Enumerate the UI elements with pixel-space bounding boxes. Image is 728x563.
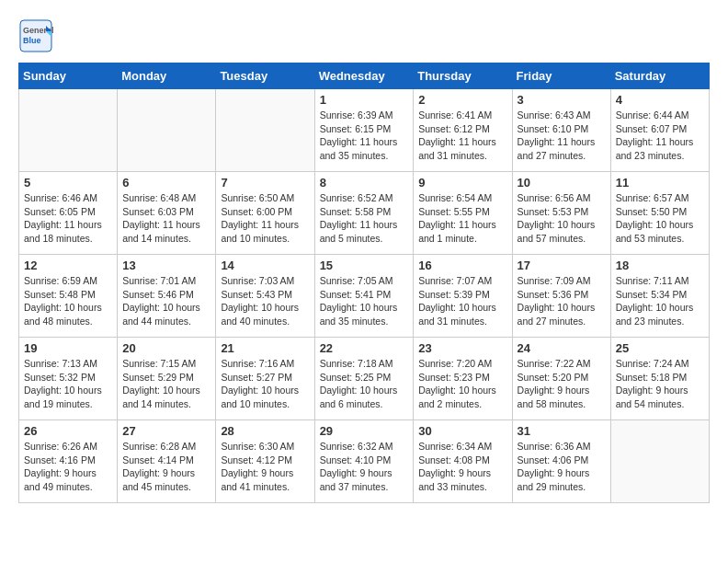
table-cell: 22Sunrise: 7:18 AM Sunset: 5:25 PM Dayli… — [314, 338, 414, 420]
table-cell: 5Sunrise: 6:46 AM Sunset: 6:05 PM Daylig… — [19, 172, 118, 255]
page-header: General Blue — [18, 18, 710, 53]
table-cell: 18Sunrise: 7:11 AM Sunset: 5:34 PM Dayli… — [610, 255, 709, 338]
day-info: Sunrise: 6:52 AM Sunset: 5:58 PM Dayligh… — [320, 191, 409, 246]
day-number: 1 — [320, 93, 409, 107]
header-tuesday: Tuesday — [216, 63, 314, 89]
table-cell: 16Sunrise: 7:07 AM Sunset: 5:39 PM Dayli… — [414, 255, 512, 338]
day-info: Sunrise: 6:30 AM Sunset: 4:12 PM Dayligh… — [221, 440, 309, 494]
table-cell — [216, 89, 314, 172]
day-info: Sunrise: 6:41 AM Sunset: 6:12 PM Dayligh… — [418, 109, 506, 163]
day-info: Sunrise: 7:15 AM Sunset: 5:29 PM Dayligh… — [122, 357, 210, 411]
table-cell: 10Sunrise: 6:56 AM Sunset: 5:53 PM Dayli… — [512, 172, 610, 255]
table-cell: 26Sunrise: 6:26 AM Sunset: 4:16 PM Dayli… — [19, 420, 118, 503]
day-info: Sunrise: 6:39 AM Sunset: 6:15 PM Dayligh… — [320, 109, 409, 163]
day-info: Sunrise: 6:56 AM Sunset: 5:53 PM Dayligh… — [518, 191, 606, 246]
table-cell: 24Sunrise: 7:22 AM Sunset: 5:20 PM Dayli… — [512, 338, 610, 420]
day-info: Sunrise: 6:28 AM Sunset: 4:14 PM Dayligh… — [122, 440, 210, 494]
day-number: 27 — [122, 424, 210, 438]
table-cell: 29Sunrise: 6:32 AM Sunset: 4:10 PM Dayli… — [314, 420, 414, 503]
day-info: Sunrise: 6:32 AM Sunset: 4:10 PM Dayligh… — [320, 440, 409, 494]
day-number: 20 — [122, 341, 210, 355]
table-cell: 25Sunrise: 7:24 AM Sunset: 5:18 PM Dayli… — [610, 338, 709, 420]
table-cell: 12Sunrise: 6:59 AM Sunset: 5:48 PM Dayli… — [19, 255, 118, 338]
week-row-5: 26Sunrise: 6:26 AM Sunset: 4:16 PM Dayli… — [19, 420, 710, 503]
day-info: Sunrise: 6:43 AM Sunset: 6:10 PM Dayligh… — [518, 109, 606, 163]
table-cell: 13Sunrise: 7:01 AM Sunset: 5:46 PM Dayli… — [118, 255, 216, 338]
day-number: 7 — [221, 176, 309, 190]
header-saturday: Saturday — [610, 63, 709, 89]
day-number: 21 — [221, 341, 309, 355]
table-cell: 28Sunrise: 6:30 AM Sunset: 4:12 PM Dayli… — [216, 420, 314, 503]
table-cell: 27Sunrise: 6:28 AM Sunset: 4:14 PM Dayli… — [118, 420, 216, 503]
day-number: 26 — [24, 424, 112, 438]
table-cell: 9Sunrise: 6:54 AM Sunset: 5:55 PM Daylig… — [414, 172, 512, 255]
day-info: Sunrise: 7:22 AM Sunset: 5:20 PM Dayligh… — [518, 357, 606, 411]
day-number: 10 — [518, 176, 606, 190]
table-cell: 19Sunrise: 7:13 AM Sunset: 5:32 PM Dayli… — [19, 338, 118, 420]
day-number: 9 — [418, 176, 506, 190]
day-number: 22 — [320, 341, 409, 355]
day-number: 18 — [616, 259, 704, 272]
table-cell: 20Sunrise: 7:15 AM Sunset: 5:29 PM Dayli… — [118, 338, 216, 420]
week-row-4: 19Sunrise: 7:13 AM Sunset: 5:32 PM Dayli… — [19, 338, 710, 420]
day-info: Sunrise: 6:36 AM Sunset: 4:06 PM Dayligh… — [518, 440, 606, 494]
calendar-header-row: Sunday Monday Tuesday Wednesday Thursday… — [19, 63, 710, 89]
header-wednesday: Wednesday — [314, 63, 414, 89]
table-cell: 7Sunrise: 6:50 AM Sunset: 6:00 PM Daylig… — [216, 172, 314, 255]
table-cell: 1Sunrise: 6:39 AM Sunset: 6:15 PM Daylig… — [314, 89, 414, 172]
day-info: Sunrise: 6:54 AM Sunset: 5:55 PM Dayligh… — [418, 191, 506, 246]
day-number: 5 — [24, 176, 112, 190]
table-cell: 11Sunrise: 6:57 AM Sunset: 5:50 PM Dayli… — [610, 172, 709, 255]
week-row-2: 5Sunrise: 6:46 AM Sunset: 6:05 PM Daylig… — [19, 172, 710, 255]
day-info: Sunrise: 7:07 AM Sunset: 5:39 PM Dayligh… — [418, 274, 506, 328]
day-info: Sunrise: 7:16 AM Sunset: 5:27 PM Dayligh… — [221, 357, 309, 411]
day-number: 11 — [616, 176, 704, 190]
header-monday: Monday — [118, 63, 216, 89]
day-info: Sunrise: 7:03 AM Sunset: 5:43 PM Dayligh… — [221, 274, 309, 328]
day-info: Sunrise: 6:48 AM Sunset: 6:03 PM Dayligh… — [122, 191, 210, 246]
day-info: Sunrise: 6:57 AM Sunset: 5:50 PM Dayligh… — [616, 191, 704, 246]
day-number: 17 — [518, 259, 606, 272]
table-cell: 15Sunrise: 7:05 AM Sunset: 5:41 PM Dayli… — [314, 255, 414, 338]
table-cell: 30Sunrise: 6:34 AM Sunset: 4:08 PM Dayli… — [414, 420, 512, 503]
header-friday: Friday — [512, 63, 610, 89]
day-info: Sunrise: 6:26 AM Sunset: 4:16 PM Dayligh… — [24, 440, 112, 494]
week-row-1: 1Sunrise: 6:39 AM Sunset: 6:15 PM Daylig… — [19, 89, 710, 172]
table-cell: 31Sunrise: 6:36 AM Sunset: 4:06 PM Dayli… — [512, 420, 610, 503]
table-cell: 23Sunrise: 7:20 AM Sunset: 5:23 PM Dayli… — [414, 338, 512, 420]
day-number: 8 — [320, 176, 409, 190]
day-number: 12 — [24, 259, 112, 272]
table-cell: 6Sunrise: 6:48 AM Sunset: 6:03 PM Daylig… — [118, 172, 216, 255]
header-thursday: Thursday — [414, 63, 512, 89]
table-cell: 14Sunrise: 7:03 AM Sunset: 5:43 PM Dayli… — [216, 255, 314, 338]
logo: General Blue — [18, 18, 53, 53]
day-number: 31 — [518, 424, 606, 438]
day-number: 4 — [616, 93, 704, 107]
day-number: 24 — [518, 341, 606, 355]
calendar-table: Sunday Monday Tuesday Wednesday Thursday… — [18, 63, 710, 503]
day-info: Sunrise: 7:18 AM Sunset: 5:25 PM Dayligh… — [320, 357, 409, 411]
table-cell: 8Sunrise: 6:52 AM Sunset: 5:58 PM Daylig… — [314, 172, 414, 255]
day-info: Sunrise: 6:44 AM Sunset: 6:07 PM Dayligh… — [616, 109, 704, 163]
day-number: 30 — [418, 424, 506, 438]
day-info: Sunrise: 6:34 AM Sunset: 4:08 PM Dayligh… — [418, 440, 506, 494]
day-info: Sunrise: 7:09 AM Sunset: 5:36 PM Dayligh… — [518, 274, 606, 328]
day-info: Sunrise: 7:01 AM Sunset: 5:46 PM Dayligh… — [122, 274, 210, 328]
table-cell: 3Sunrise: 6:43 AM Sunset: 6:10 PM Daylig… — [512, 89, 610, 172]
table-cell — [118, 89, 216, 172]
table-cell: 2Sunrise: 6:41 AM Sunset: 6:12 PM Daylig… — [414, 89, 512, 172]
day-info: Sunrise: 7:11 AM Sunset: 5:34 PM Dayligh… — [616, 274, 704, 328]
day-number: 28 — [221, 424, 309, 438]
day-info: Sunrise: 7:24 AM Sunset: 5:18 PM Dayligh… — [616, 357, 704, 411]
table-cell — [19, 89, 118, 172]
day-info: Sunrise: 7:05 AM Sunset: 5:41 PM Dayligh… — [320, 274, 409, 328]
day-info: Sunrise: 6:46 AM Sunset: 6:05 PM Dayligh… — [24, 191, 112, 246]
table-cell: 17Sunrise: 7:09 AM Sunset: 5:36 PM Dayli… — [512, 255, 610, 338]
day-number: 2 — [418, 93, 506, 107]
day-info: Sunrise: 7:13 AM Sunset: 5:32 PM Dayligh… — [24, 357, 112, 411]
day-number: 16 — [418, 259, 506, 272]
day-info: Sunrise: 6:59 AM Sunset: 5:48 PM Dayligh… — [24, 274, 112, 328]
day-number: 3 — [518, 93, 606, 107]
week-row-3: 12Sunrise: 6:59 AM Sunset: 5:48 PM Dayli… — [19, 255, 710, 338]
day-number: 29 — [320, 424, 409, 438]
